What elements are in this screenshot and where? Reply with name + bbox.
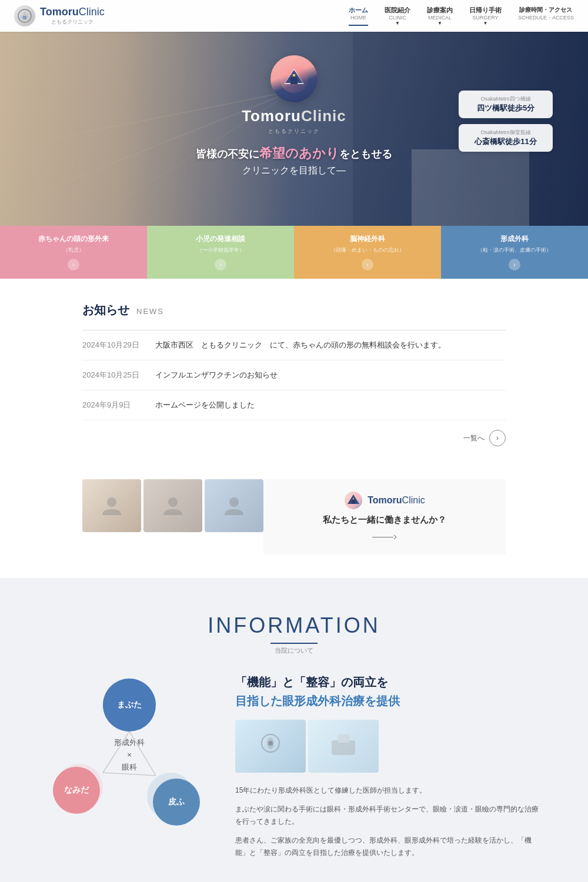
hero-card-2[interactable]: 小児の発達相談 （〜小学校低学年） › [147,226,294,279]
info-title-en: INFORMATION [47,613,541,638]
hero-brand: TomoruClinic [242,107,346,125]
news-item-3: 2024年9月9日 ホームページを公開しました [82,390,506,420]
recruit-photo-1 [82,479,141,532]
news-title-en: NEWS [136,307,164,316]
info-text-area: 「機能」と「整容」の両立を 目指した眼形成外科治療を提供 [235,673,541,866]
svg-rect-2 [23,16,26,19]
hero-card-4[interactable]: 形成外科 （粒・涙の手術、皮膚の手術） › [441,226,588,279]
hero-section: TomoruClinic ともるクリニック 皆様の不安に希望のあかりをともせる … [0,32,588,279]
news-more-arrow[interactable]: › [489,430,506,446]
station-badge-2: OsakaMetro御堂筋線 心斎橋駅徒歩11分 [459,124,553,152]
recruit-photos [82,479,263,554]
circle-namida: なみだ [53,767,100,814]
info-desc-3: 患者さん、ご家族の全充向を最優しつつ、形成外科、眼形成外科で培った経験を活かし、… [235,834,541,860]
station-badges: OsakaMetro四つ橋線 四ツ橋駅徒歩5分 OsakaMetro御堂筋線 心… [459,91,553,152]
nav-access[interactable]: 診療時間・アクセス SCHEDULE・ACCESS [518,6,574,26]
svg-point-16 [229,497,239,507]
news-more-label: 一覧へ [463,433,485,443]
hero-card-4-arrow[interactable]: › [509,259,520,270]
svg-rect-31 [338,734,349,743]
hero-card-3-arrow[interactable]: › [362,259,373,270]
news-text-1: 大阪市西区 ともるクリニック にて、赤ちゃんの頭の形の無料相談会を行います。 [155,340,446,350]
info-section: INFORMATION 当院について 形成外科 × 眼科 ま [0,578,588,882]
recruit-photo-3 [205,479,263,532]
news-item-1: 2024年10月29日 大阪市西区 ともるクリニック にて、赤ちゃんの頭の形の無… [82,330,506,360]
info-title-ja: 当院について [47,646,541,655]
news-date-1: 2024年10月29日 [82,340,141,350]
info-catchcopy: 「機能」と「整容」の両立を 目指した眼形成外科治療を提供 [235,673,541,710]
hero-sub-text: ともるクリニック [268,128,320,135]
svg-line-24 [103,731,129,773]
recruit-banner: TomoruClinic 私たちと一緒に働きませんか？ ——› [0,479,588,578]
svg-line-26 [103,773,156,776]
svg-rect-13 [293,74,295,76]
info-header: INFORMATION 当院について [47,613,541,655]
nav-clinic[interactable]: 医院紹介 CLINIC ▼ [385,6,410,26]
info-image-row [235,720,541,773]
nav-medical[interactable]: 診療案内 MEDICAL ▼ [427,6,453,26]
info-desc-1: 15年にわたり形成外科医として修練した医師が担当します。 [235,784,541,797]
recruit-arrow[interactable]: ——› [372,530,397,543]
svg-rect-12 [290,77,298,84]
circle-mabuta: まぶた [103,679,156,731]
recruit-logo-text: TomoruClinic [368,495,425,506]
svg-rect-19 [352,500,355,504]
hero-card-1[interactable]: 赤ちゃんの頭の形外来 （乳児） › [0,226,147,279]
station-badge-1: OsakaMetro四つ橋線 四ツ橋駅徒歩5分 [459,91,553,118]
recruit-logo-icon [344,491,363,510]
main-nav: TomoruClinic ともるクリニック ホーム HOME 医院紹介 CLIN… [0,0,588,32]
recruit-logo-row: TomoruClinic [344,491,425,510]
hero-tagline: 皆様の不安に希望のあかりをともせる [196,145,392,162]
hero-logo: TomoruClinic ともるクリニック [242,55,346,135]
news-more[interactable]: 一覧へ › [82,420,506,456]
logo-text: TomoruClinic [40,6,105,18]
hero-card-3[interactable]: 脳神経外科 （頭痛・めまい・ものの忘れ） › [294,226,441,279]
circle-hifu: 皮ふ [153,779,200,826]
nav-logo[interactable]: TomoruClinic ともるクリニック [14,5,105,26]
news-title-ja: お知らせ [82,302,129,318]
svg-point-14 [107,497,116,507]
svg-rect-3 [24,14,25,15]
news-date-2: 2024年10月25日 [82,370,141,380]
info-desc-2: まぶたや涙に関わる手術には眼科・形成外科手術センターで、眼瞼・涙道・眼瞼の専門的… [235,803,541,828]
nav-home[interactable]: ホーム HOME [349,6,368,26]
info-divider [270,643,318,644]
hero-card-1-arrow[interactable]: › [68,259,79,270]
news-title-row: お知らせ NEWS [82,302,506,318]
hero-tagline-sub: クリニックを目指して― [242,165,346,177]
info-main: 形成外科 × 眼科 まぶた なみだ [47,673,541,866]
nav-links: ホーム HOME 医院紹介 CLINIC ▼ 診療案内 MEDICAL ▼ 日帰… [349,6,574,26]
svg-rect-20 [353,498,354,499]
recruit-photo-2 [143,479,202,532]
hero-cards: 赤ちゃんの頭の形外来 （乳児） › 小児の発達相談 （〜小学校低学年） › 脳神… [0,226,588,279]
news-date-3: 2024年9月9日 [82,400,141,410]
hero-logo-icon [270,55,318,102]
recruit-tagline: 私たちと一緒に働きませんか？ [323,514,446,526]
hero-card-2-arrow[interactable]: › [215,259,226,270]
svg-point-29 [268,741,273,746]
news-section: お知らせ NEWS 2024年10月29日 大阪市西区 ともるクリニック にて、… [0,279,588,479]
recruit-text-area: TomoruClinic 私たちと一緒に働きませんか？ ——› [263,479,506,554]
svg-point-15 [168,497,178,507]
info-diagram: 形成外科 × 眼科 まぶた なみだ [47,673,212,837]
logo-icon [14,5,35,26]
info-image-1 [235,720,306,773]
info-image-2 [308,720,379,773]
svg-line-25 [129,731,156,776]
news-text-3: ホームページを公開しました [155,400,255,410]
nav-surgery[interactable]: 日帰り手術 SURGERY ▼ [469,6,502,26]
news-text-2: インフルエンザワクチンのお知らせ [155,370,278,380]
logo-sub: ともるクリニック [40,18,105,26]
news-item-2: 2024年10月25日 インフルエンザワクチンのお知らせ [82,360,506,390]
